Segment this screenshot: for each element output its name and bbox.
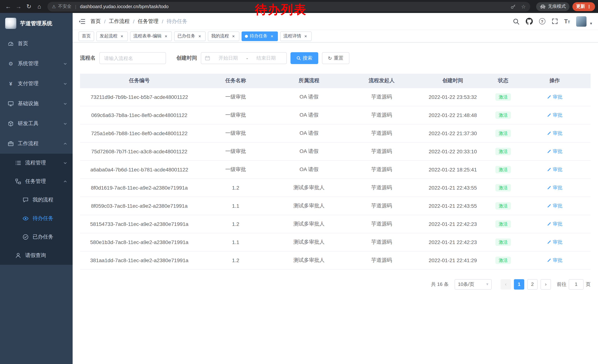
chevron-down-icon xyxy=(63,81,67,86)
font-size-icon[interactable]: TT xyxy=(564,18,570,25)
cell-created: 2022-01-22 21:37:30 xyxy=(418,124,488,142)
approve-button[interactable]: 审批 xyxy=(547,220,562,227)
reset-button[interactable]: ↻ 重置 xyxy=(322,52,349,64)
search-button[interactable]: 搜索 xyxy=(291,52,318,64)
cell-process: 测试多审批人 xyxy=(273,215,345,233)
edit-pen-icon xyxy=(547,185,551,190)
sidebar-item-payment[interactable]: ¥ 支付管理 xyxy=(0,74,73,94)
cell-task-id: 381aa1dd-7ac8-11ec-a9e2-a2380e71991a xyxy=(80,251,199,269)
sidebar-item-devtools[interactable]: 研发工具 xyxy=(0,114,73,134)
chevron-down-icon xyxy=(63,101,67,106)
close-icon[interactable]: × xyxy=(231,33,236,39)
sidebar-item-workflow[interactable]: 工作流程 xyxy=(0,134,73,154)
browser-menu-kebab-icon[interactable]: ⋮ xyxy=(587,4,591,9)
approve-button[interactable]: 审批 xyxy=(547,257,562,263)
sidebar-collapse-icon[interactable] xyxy=(79,18,85,24)
breadcrumb-home[interactable]: 首页 xyxy=(91,18,101,25)
sidebar-item-done-tasks[interactable]: 已办任务 xyxy=(0,228,73,246)
cell-task-id: 069c6a63-7b8a-11ec-8ef0-acde48001122 xyxy=(80,106,199,124)
breadcrumb-separator: / xyxy=(133,18,134,24)
chevron-up-icon xyxy=(63,179,67,184)
approve-button[interactable]: 审批 xyxy=(547,94,562,100)
active-dot xyxy=(245,35,248,38)
cell-task-name: 1.1 xyxy=(199,233,273,251)
approve-button[interactable]: 审批 xyxy=(547,166,562,173)
process-name-input[interactable] xyxy=(99,52,166,64)
range-separator: - xyxy=(246,55,248,61)
browser-update-button[interactable]: 更新 ⋮ xyxy=(573,2,595,11)
prev-page-button[interactable]: ‹ xyxy=(500,279,511,289)
tab-process-detail[interactable]: 流程详情 × xyxy=(280,31,312,41)
approve-button[interactable]: 审批 xyxy=(547,202,562,209)
close-icon[interactable]: × xyxy=(269,33,274,39)
cell-starter: 芋道源码 xyxy=(345,215,418,233)
bookmark-star-icon[interactable]: ☆ xyxy=(521,4,526,9)
status-badge: 激活 xyxy=(495,238,511,246)
user-icon xyxy=(15,252,22,259)
col-task-id: 任务编号 xyxy=(80,74,199,88)
github-icon[interactable] xyxy=(526,18,533,25)
browser-back-icon[interactable]: ← xyxy=(3,1,13,12)
sidebar-item-infra[interactable]: 基础设施 xyxy=(0,94,73,114)
table-row: 381aa1dd-7ac8-11ec-a9e2-a2380e71991a 1.2… xyxy=(80,251,590,269)
status-badge: 激活 xyxy=(495,93,511,101)
close-icon[interactable]: × xyxy=(303,33,308,39)
cell-task-id: 580e1b3d-7ac8-11ec-a9e2-a2380e71991a xyxy=(80,233,199,251)
browser-chrome: ← → ↻ ⌂ ⚠ 不安全 | dashboard.yudao.iocoder.… xyxy=(0,0,598,13)
sidebar-item-label: 待办任务 xyxy=(33,215,67,222)
cell-task-id: 8f059c03-7ac8-11ec-a9e2-a2380e71991a xyxy=(80,197,199,215)
tab-start-process[interactable]: 发起流程 × xyxy=(96,31,128,41)
avatar-caret-icon[interactable]: ▾ xyxy=(590,21,592,26)
sidebar-item-label: 系统管理 xyxy=(18,60,63,67)
close-icon[interactable]: × xyxy=(197,33,202,39)
cell-task-id: a6aba0a4-7b6d-11ec-b781-acde48001122 xyxy=(80,160,199,178)
date-range-picker[interactable]: 开始日期 - 结束日期 xyxy=(201,52,287,64)
sidebar-item-label: 已办任务 xyxy=(33,234,67,240)
table-row: 75d72608-7b7f-11ec-a3c8-acde48001122 一级审… xyxy=(80,142,590,160)
address-bar[interactable]: ⚠ 不安全 | dashboard.yudao.iocoder.cn/bpm/t… xyxy=(47,2,530,11)
cell-task-name: 一级审批 xyxy=(199,160,273,178)
page-button-2[interactable]: 2 xyxy=(527,279,538,289)
browser-refresh-icon[interactable]: ↻ xyxy=(24,1,34,12)
tab-done-tasks[interactable]: 已办任务 × xyxy=(174,31,206,41)
browser-forward-icon[interactable]: → xyxy=(13,1,24,12)
sidebar-item-my-processes[interactable]: 我的流程 xyxy=(0,191,73,209)
pagination-total: 共 16 条 xyxy=(431,281,449,288)
approve-button[interactable]: 审批 xyxy=(547,239,562,245)
page-button-1[interactable]: 1 xyxy=(514,279,524,289)
tab-todo-tasks[interactable]: 待办任务 × xyxy=(241,31,278,41)
browser-home-icon[interactable]: ⌂ xyxy=(34,1,44,12)
close-icon[interactable]: × xyxy=(119,33,125,39)
help-icon[interactable]: ? xyxy=(539,18,545,24)
sidebar-item-process-mgmt[interactable]: 流程管理 xyxy=(0,154,73,172)
close-icon[interactable]: × xyxy=(163,33,169,39)
goto-page-input[interactable] xyxy=(569,279,583,289)
status-badge: 激活 xyxy=(495,111,511,119)
approve-button[interactable]: 审批 xyxy=(547,130,562,137)
table-row: 73211d9d-7b9b-11ec-b5b7-acde48001122 一级审… xyxy=(80,88,590,106)
breadcrumb-workflow[interactable]: 工作流程 xyxy=(109,18,130,25)
col-status: 状态 xyxy=(488,74,519,88)
password-key-icon[interactable] xyxy=(511,4,516,9)
tab-form-edit[interactable]: 流程表单-编辑 × xyxy=(130,31,172,41)
approve-button[interactable]: 审批 xyxy=(547,112,562,118)
col-actions: 操作 xyxy=(519,74,590,88)
sidebar-item-task-mgmt[interactable]: 任务管理 xyxy=(0,172,73,191)
fullscreen-icon[interactable] xyxy=(551,18,558,24)
sidebar-item-home[interactable]: 首页 xyxy=(0,34,73,54)
tab-home[interactable]: 首页 xyxy=(79,31,94,41)
approve-button[interactable]: 审批 xyxy=(547,148,562,155)
page-size-select[interactable]: 10条/页 ▾ xyxy=(455,279,492,289)
approve-button[interactable]: 审批 xyxy=(547,184,562,191)
sidebar-item-system[interactable]: ⚙ 系统管理 xyxy=(0,54,73,74)
breadcrumb-separator: / xyxy=(104,18,106,24)
next-page-button[interactable]: › xyxy=(540,279,551,289)
tab-my-processes[interactable]: 我的流程 × xyxy=(208,31,239,41)
search-icon[interactable] xyxy=(513,18,519,25)
sidebar-item-todo-tasks[interactable]: 待办任务 xyxy=(0,209,73,228)
breadcrumb-task-mgmt[interactable]: 任务管理 xyxy=(138,18,158,25)
avatar[interactable] xyxy=(576,16,587,26)
sidebar-item-leave-query[interactable]: 请假查询 xyxy=(0,246,73,265)
app-logo-row[interactable]: 芋道管理系统 xyxy=(0,13,73,34)
sidebar-item-label: 请假查询 xyxy=(25,252,67,259)
